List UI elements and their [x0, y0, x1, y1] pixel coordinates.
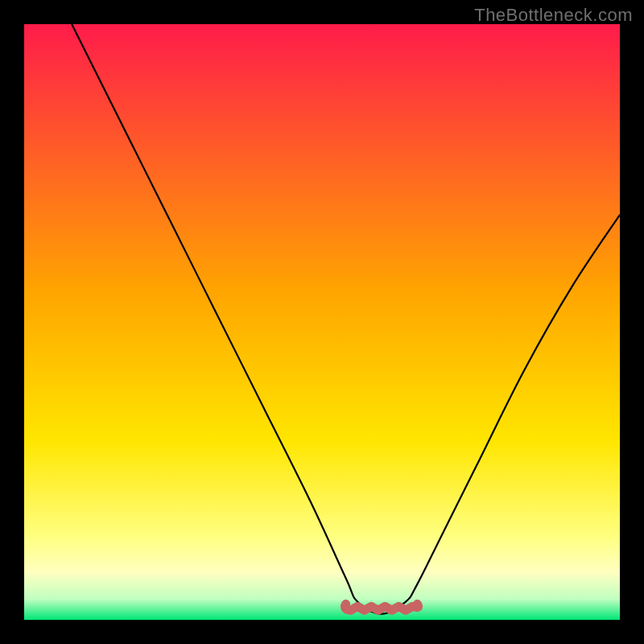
- optimal-range-marker: [345, 604, 418, 610]
- gradient-background: [24, 24, 620, 620]
- bottleneck-chart: [24, 24, 620, 620]
- chart-frame: TheBottleneck.com: [0, 0, 644, 644]
- watermark-text: TheBottleneck.com: [474, 5, 633, 26]
- plot-area: [24, 24, 620, 620]
